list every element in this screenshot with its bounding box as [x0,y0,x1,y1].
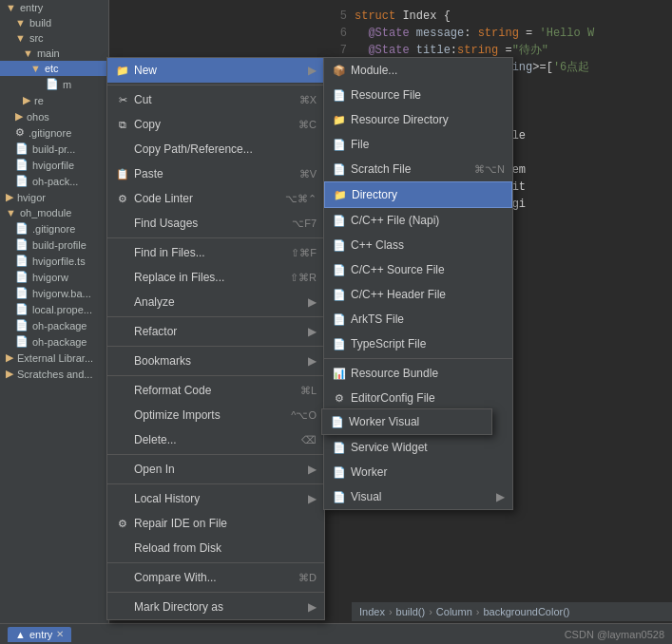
folder-icon: ▶ [6,351,13,364]
new-worker[interactable]: 📄 Worker [324,460,512,484]
folder-icon: ▼ [6,207,16,218]
separator [107,316,324,317]
menu-item-analyze[interactable]: Analyze ▶ [107,290,324,314]
sidebar-item-gitignore1[interactable]: ⚙.gitignore [0,124,108,141]
sidebar-item-main[interactable]: ▼main [0,46,108,61]
sidebar-item-hvigorw[interactable]: 📄hvigorw [0,269,108,285]
sidebar-label: oh-package [32,320,87,331]
sidebar-item-ohmodule[interactable]: ▼oh_module [0,205,108,220]
linter-icon: ⚙ [115,191,130,206]
new-arkts-file[interactable]: 📄 ArkTS File [324,307,512,331]
sidebar-label: entry [20,2,43,13]
new-resource-directory[interactable]: 📁 Resource Directory [324,107,512,132]
file-icon: 📄 [15,238,29,251]
new-service-widget[interactable]: 📄 Service Widget [324,435,512,460]
new-typescript-file[interactable]: 📄 TypeScript File [324,331,512,356]
menu-item-copy-path[interactable]: Copy Path/Reference... [107,137,324,161]
sidebar-item-scratches[interactable]: ▶Scratches and... [0,366,108,382]
new-cpp-header[interactable]: 📄 C/C++ Header File [324,282,512,307]
replace-icon [115,270,130,285]
bookmarks-icon [115,353,130,369]
new-directory[interactable]: 📁 Directory [324,181,512,208]
menu-item-refactor[interactable]: Refactor ▶ [107,319,324,344]
cut-icon: ✂ [115,92,130,107]
new-editorconfig[interactable]: ⚙ EditorConfig File [324,386,512,410]
menu-item-delete[interactable]: Delete... ⌫ [107,427,324,452]
tab-close-button[interactable]: ✕ [56,629,64,639]
sidebar: ▼entry ▼build ▼src ▼main ▼etc 📄m ▶re ▶oh… [0,0,109,644]
folder-icon: ▶ [6,368,13,380]
menu-item-markdirectory[interactable]: Mark Directory as ▶ [107,595,324,619]
breadcrumb-column: Column [436,606,472,617]
sidebar-item-ohpackage1[interactable]: 📄oh-package [0,317,108,333]
analyze-icon [115,294,130,310]
sidebar-item-buildpr[interactable]: 📄build-pr... [0,141,108,157]
folder-icon: ▶ [15,110,23,123]
worker-visual-label: Worker Visual [349,413,484,430]
menu-item-optimizeimports[interactable]: Optimize Imports ^⌥O [107,403,324,427]
sidebar-item-externlib[interactable]: ▶External Librar... [0,350,108,366]
mark-icon [115,599,130,615]
arkts-icon: 📄 [332,312,347,327]
sidebar-item-re[interactable]: ▶re [0,92,108,108]
new-module[interactable]: 📦 Module... [324,58,512,83]
separator [107,237,324,238]
sidebar-item-gitignore2[interactable]: 📄.gitignore [0,220,108,237]
menu-item-paste[interactable]: 📋 Paste ⌘V [107,161,324,186]
sidebar-item-ohos[interactable]: ▶ohos [0,108,108,124]
new-scratch-file[interactable]: 📄 Scratch File ⌘⌥N [324,157,512,181]
new-file[interactable]: 📄 File [324,132,512,157]
sidebar-item-m[interactable]: 📄m [0,76,108,92]
menu-item-bookmarks[interactable]: Bookmarks ▶ [107,349,324,373]
new-resource-bundle[interactable]: 📊 Resource Bundle [324,361,512,386]
file-icon: 📄 [15,319,29,331]
sidebar-item-build[interactable]: ▼build [0,15,108,30]
sidebar-item-ohpackage2[interactable]: 📄oh-package [0,333,108,350]
menu-item-new[interactable]: 📁 New ▶ [107,58,324,83]
menu-item-repairide[interactable]: ⚙ Repair IDE on File [107,511,324,536]
sidebar-item-ohpack[interactable]: 📄oh-pack... [0,173,108,189]
menu-item-findusages[interactable]: Find Usages ⌥F7 [107,211,324,236]
breadcrumb-build: build() [396,606,426,617]
sidebar-item-hvigorwba[interactable]: 📄hvigorw.ba... [0,285,108,301]
sidebar-item-src[interactable]: ▼src [0,30,108,46]
repair-icon: ⚙ [115,516,130,531]
new-cpp-source[interactable]: 📄 C/C++ Source File [324,257,512,282]
file-icon: 📄 [15,303,29,315]
sidebar-item-localprope[interactable]: 📄local.prope... [0,301,108,317]
sidebar-label: oh-pack... [32,176,78,187]
tab-entry[interactable]: ▲ entry ✕ [8,627,71,642]
tab-entry-label: entry [29,629,52,640]
new-worker-visual[interactable]: 📄 Worker Visual [322,409,491,434]
file-icon: 📄 [15,287,29,299]
separator [107,85,324,85]
cpp-class-icon: 📄 [332,237,347,253]
sidebar-item-hvigorfilets[interactable]: 📄hvigorfile.ts [0,253,108,269]
menu-item-cut[interactable]: ✂ Cut ⌘X [107,87,324,112]
refactor-icon [115,324,130,339]
menu-item-comparewith[interactable]: Compare With... ⌘D [107,565,324,590]
sidebar-item-buildprofile[interactable]: 📄build-profile [0,237,108,253]
sidebar-item-etc[interactable]: ▼etc [0,61,108,76]
sidebar-label: External Librar... [17,352,93,364]
sidebar-item-entry[interactable]: ▼entry [0,0,108,15]
menu-item-reformat[interactable]: Reformat Code ⌘L [107,378,324,403]
menu-item-replaceinfiles[interactable]: Replace in Files... ⇧⌘R [107,265,324,290]
new-cpp-class[interactable]: 📄 C++ Class [324,233,512,257]
sidebar-item-hvigor[interactable]: ▶hvigor [0,189,108,205]
menu-item-openin[interactable]: Open In ▶ [107,457,324,482]
status-right: CSDN @layman0528 [565,629,664,640]
menu-item-reloadfromdisk[interactable]: Reload from Disk [107,536,324,560]
editorconfig-icon: ⚙ [332,390,347,406]
new-cpp-napi[interactable]: 📄 C/C++ File (Napi) [324,208,512,233]
menu-item-copy[interactable]: ⧉ Copy ⌘C [107,112,324,137]
new-visual[interactable]: 📄 Visual ▶ [324,484,512,509]
menu-item-findinfiles[interactable]: Find in Files... ⇧⌘F [107,240,324,265]
cpp-icon: 📄 [332,213,347,228]
new-resource-file[interactable]: 📄 Resource File [324,83,512,107]
sidebar-item-hvigorfile[interactable]: 📄hvigorfile [0,157,108,173]
menu-item-localhistory[interactable]: Local History ▶ [107,486,324,511]
menu-item-codelinter[interactable]: ⚙ Code Linter ⌥⌘⌃ [107,186,324,211]
copypath-icon [115,142,130,157]
optimize-icon [115,407,130,423]
